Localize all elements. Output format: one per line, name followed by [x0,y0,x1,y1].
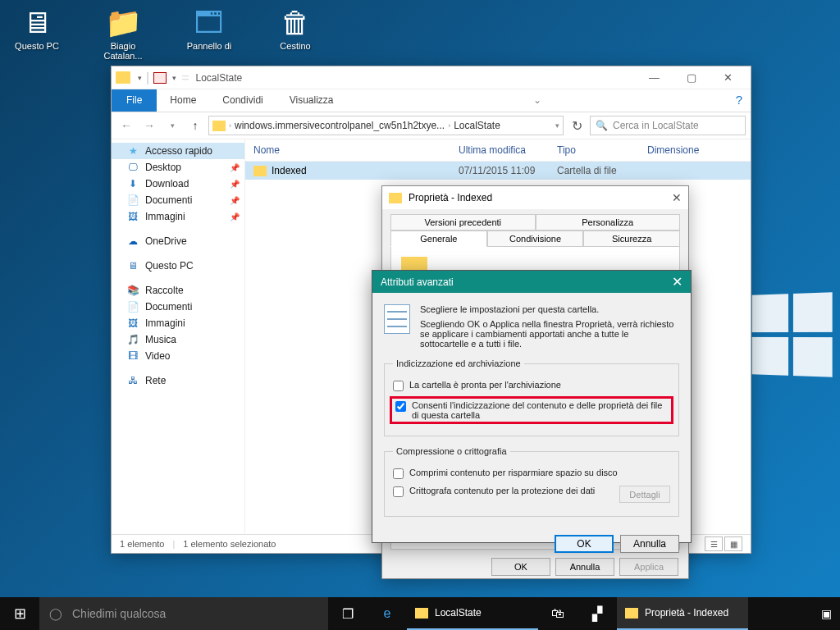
help-icon[interactable]: ? [728,89,751,112]
chevron-down-icon[interactable]: ▾ [172,74,176,82]
chevron-down-icon[interactable]: ▾ [138,74,142,82]
recent-dropdown[interactable]: ▾ [162,116,182,135]
view-details-button[interactable]: ☰ [705,536,723,551]
cortana-icon: ◯ [49,607,62,620]
settings-list-icon [384,304,410,334]
desktop-icon-controlpanel[interactable]: 🗔Pannello di [180,4,238,61]
window-title: LocalState [196,72,243,84]
qat-button[interactable] [153,72,167,84]
breadcrumb-seg[interactable]: windows.immersivecontrolpanel_cw5n1h2txy… [235,120,445,131]
tab-customize[interactable]: Personalizza [536,214,681,231]
close-button[interactable]: ✕ [710,66,746,89]
sidebar-item-lib-video[interactable]: 🎞Video [112,348,244,364]
breadcrumb-seg[interactable]: LocalState [454,120,500,131]
minimize-button[interactable]: — [636,66,673,89]
explorer-titlebar[interactable]: ▾ | ▾ = LocalState — ▢ ✕ [112,66,751,89]
search-placeholder: Cerca in LocalState [613,120,699,131]
checkbox-input[interactable] [393,381,404,391]
tab-file[interactable]: File [112,89,157,112]
checkbox-input[interactable] [393,486,404,497]
sidebar-item-desktop[interactable]: 🖵Desktop📌 [112,159,244,176]
sidebar-item-libraries[interactable]: 📚Raccolte [112,282,244,299]
desktop-icon-user[interactable]: 📁Biagio Catalan... [94,4,152,61]
folder-icon [116,71,130,84]
maximize-button[interactable]: ▢ [673,66,710,89]
view-large-button[interactable]: ▦ [724,536,742,551]
music-icon: 🎵 [126,334,139,345]
sidebar-item-images[interactable]: 🖼Immagini📌 [112,208,244,225]
close-icon[interactable]: ✕ [672,274,682,290]
taskbar-app-properties[interactable]: Proprietà - Indexed [617,597,748,630]
folder-icon [625,608,638,619]
tab-security[interactable]: Sicurezza [583,231,680,247]
cortana-search[interactable]: ◯ Chiedimi qualcosa [39,597,328,630]
pin-icon: 📌 [230,163,240,172]
download-icon: ⬇ [126,178,139,189]
desktop-icon-recycle[interactable]: 🗑Cestino [267,4,324,61]
close-icon[interactable]: ✕ [672,191,682,204]
tab-sharing[interactable]: Condivisione [487,231,584,247]
taskbar-app-explorer[interactable]: LocalState [407,597,538,630]
desktop-icon: 🖵 [126,162,139,173]
start-button[interactable]: ⊞ [0,597,39,630]
sidebar-item-download[interactable]: ⬇Download📌 [112,176,244,192]
advanced-titlebar[interactable]: Attributi avanzati ✕ [372,271,691,293]
pin-icon: 📌 [230,212,240,221]
tab-view[interactable]: Visualizza [276,89,347,112]
taskview-button[interactable]: ❐ [328,597,368,630]
sidebar-item-network[interactable]: 🖧Rete [112,372,244,389]
cancel-button[interactable]: Annulla [620,535,679,553]
folder-icon [253,166,267,176]
ribbon-expand[interactable]: ⌄ [520,89,555,112]
back-button[interactable]: ← [116,116,136,135]
sidebar-item-quickaccess[interactable]: ★Accesso rapido [112,143,244,159]
app-button[interactable]: ▞ [578,597,617,630]
desktop-icons: 🖥Questo PC 📁Biagio Catalan... 🗔Pannello … [8,4,324,61]
file-row[interactable]: Indexed 07/11/2015 11:09 Cartella di fil… [245,162,751,180]
checkbox-input[interactable] [393,468,404,479]
checkbox-input[interactable] [395,401,406,412]
controlpanel-icon: 🗔 [180,4,238,41]
tab-share[interactable]: Condividi [209,89,276,112]
pc-icon: 🖥 [8,4,66,41]
up-button[interactable]: ↑ [185,116,205,135]
intro-text-1: Scegliere le impostazioni per questa car… [420,304,679,314]
images-icon: 🖼 [126,211,139,222]
refresh-button[interactable]: ↻ [567,118,587,134]
checkbox-encrypt[interactable]: Crittografa contenuto per la protezione … [393,482,670,506]
address-field[interactable]: › windows.immersivecontrolpanel_cw5n1h2t… [208,116,564,135]
details-button[interactable]: Dettagli [619,486,670,503]
ok-button[interactable]: OK [555,535,614,553]
sidebar-item-lib-documents[interactable]: 📄Documenti [112,299,244,315]
network-icon: 🖧 [126,375,139,386]
edge-button[interactable]: e [368,597,407,630]
checkbox-allow-indexing[interactable]: Consenti l'indicizzazione del contenuto … [390,396,673,424]
folder-icon [212,121,226,131]
sidebar-item-thispc[interactable]: 🖥Questo PC [112,258,244,274]
recycle-icon: 🗑 [267,4,324,41]
tab-home[interactable]: Home [157,89,209,112]
sidebar-item-documents[interactable]: 📄Documenti📌 [112,192,244,208]
forward-button[interactable]: → [139,116,159,135]
tab-previous-versions[interactable]: Versioni precedenti [390,214,536,231]
libraries-icon: 📚 [126,285,139,296]
checkbox-archive-ready[interactable]: La cartella è pronta per l'archiviazione [393,377,670,395]
sidebar-item-lib-images[interactable]: 🖼Immagini [112,315,244,331]
compression-legend: Compressione o crittografia [393,446,510,456]
tab-general[interactable]: Generale [390,231,487,247]
action-center-icon[interactable]: ▣ [821,607,832,620]
sidebar-item-lib-music[interactable]: 🎵Musica [112,331,244,348]
cortana-placeholder: Chiedimi qualcosa [72,607,166,620]
col-size: Dimensione [647,144,721,156]
column-headers[interactable]: Nome Ultima modifica Tipo Dimensione [245,139,751,162]
search-input[interactable]: 🔍 Cerca in LocalState [590,116,746,135]
search-icon: 🔍 [596,120,608,131]
sidebar-item-onedrive[interactable]: ☁OneDrive [112,233,244,249]
checkbox-compress[interactable]: Comprimi contenuto per risparmiare spazi… [393,464,670,482]
properties-titlebar[interactable]: Proprietà - Indexed ✕ [382,186,688,209]
col-type: Tipo [557,144,647,156]
dialog-title: Attributi avanzati [381,276,454,288]
store-button[interactable]: 🛍 [538,597,578,630]
system-tray[interactable]: ▣ [813,597,840,630]
desktop-icon-thispc[interactable]: 🖥Questo PC [8,4,66,61]
